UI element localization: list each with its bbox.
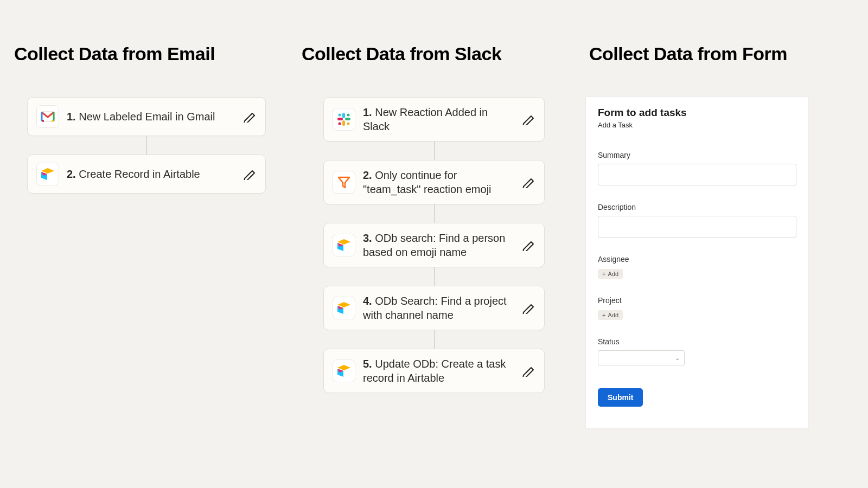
step-label: 2. Create Record in Airtable	[67, 167, 234, 181]
status-select[interactable]: ⌄	[598, 350, 685, 365]
flow-step[interactable]: 1. New Reaction Added in Slack	[323, 97, 545, 142]
flow-slack: 1. New Reaction Added in Slack 2. Only c…	[298, 97, 570, 393]
flow-email: 1. New Labeled Email in Gmail 2. Create …	[11, 97, 282, 194]
step-label: 4. ODb Search: Find a project with chann…	[363, 294, 513, 322]
column-slack: Collect Data from Slack 1. New Reaction …	[298, 43, 570, 428]
flow-step[interactable]: 3. ODb search: Find a person based on em…	[323, 223, 545, 267]
airtable-icon	[333, 234, 355, 256]
form-panel: Form to add tasks Add a Task Summary Des…	[586, 97, 808, 428]
submit-button[interactable]: Submit	[598, 388, 643, 407]
edit-icon[interactable]	[520, 175, 535, 190]
column-title-slack: Collect Data from Slack	[298, 43, 501, 65]
edit-icon[interactable]	[241, 166, 257, 182]
column-email: Collect Data from Email 1. New Labeled E…	[11, 43, 282, 428]
flow-step[interactable]: 2. Only continue for "team_task" reactio…	[323, 160, 545, 204]
column-title-email: Collect Data from Email	[11, 43, 215, 65]
input-description[interactable]	[598, 216, 796, 237]
column-title-form: Collect Data from Form	[586, 43, 787, 65]
chevron-down-icon: ⌄	[675, 355, 680, 362]
connector	[434, 142, 435, 160]
label-summary: Summary	[598, 151, 796, 159]
filter-icon	[333, 171, 355, 194]
slack-icon	[333, 108, 355, 131]
edit-icon[interactable]	[520, 363, 535, 378]
step-label: 1. New Reaction Added in Slack	[363, 105, 513, 133]
flow-step[interactable]: 5. Update ODb: Create a task record in A…	[323, 349, 545, 393]
label-status: Status	[598, 337, 796, 346]
airtable-icon	[333, 359, 355, 382]
connector	[434, 204, 435, 223]
step-label: 1. New Labeled Email in Gmail	[67, 110, 234, 124]
flow-step[interactable]: 4. ODb Search: Find a project with chann…	[323, 286, 545, 330]
plus-icon: +	[602, 271, 605, 277]
step-label: 5. Update ODb: Create a task record in A…	[363, 357, 513, 385]
field-status: Status ⌄	[598, 337, 796, 365]
field-description: Description	[598, 203, 796, 237]
connector	[434, 267, 435, 286]
edit-icon[interactable]	[520, 112, 535, 127]
plus-icon: +	[602, 312, 605, 318]
connector	[146, 136, 147, 155]
label-description: Description	[598, 203, 796, 211]
add-project-button[interactable]: +Add	[598, 310, 623, 320]
gmail-icon	[36, 105, 59, 128]
step-label: 2. Only continue for "team_task" reactio…	[363, 168, 513, 196]
edit-icon[interactable]	[520, 300, 535, 316]
form-heading: Form to add tasks	[598, 107, 796, 119]
input-summary[interactable]	[598, 164, 796, 185]
field-project: Project +Add	[598, 296, 796, 320]
label-project: Project	[598, 296, 796, 305]
label-assignee: Assignee	[598, 255, 796, 264]
form-subheading: Add a Task	[598, 121, 796, 129]
edit-icon[interactable]	[241, 109, 257, 124]
add-assignee-button[interactable]: +Add	[598, 269, 623, 279]
edit-icon[interactable]	[520, 237, 535, 253]
step-label: 3. ODb search: Find a person based on em…	[363, 231, 513, 259]
flow-step[interactable]: 1. New Labeled Email in Gmail	[27, 97, 266, 136]
connector	[434, 330, 435, 349]
airtable-icon	[36, 163, 59, 185]
flow-step[interactable]: 2. Create Record in Airtable	[27, 155, 266, 194]
column-form: Collect Data from Form Form to add tasks…	[586, 43, 857, 428]
airtable-icon	[333, 297, 355, 319]
field-assignee: Assignee +Add	[598, 255, 796, 279]
field-summary: Summary	[598, 151, 796, 185]
